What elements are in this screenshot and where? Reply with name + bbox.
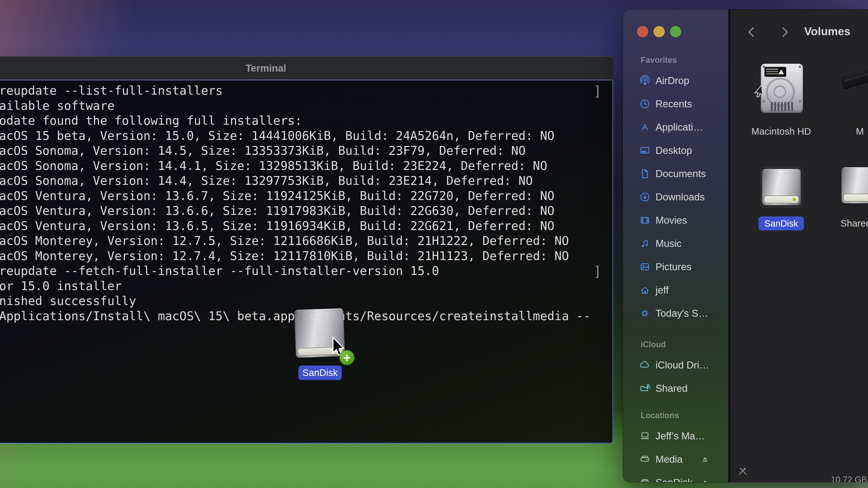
read-only-pencil-icon	[737, 465, 749, 477]
terminal-line: or 15.0 installer	[0, 279, 612, 294]
macintosh-hd-icon[interactable]	[761, 64, 803, 113]
sidebar-item-label: iCloud Dri…	[655, 359, 709, 371]
terminal-line: acOS Monterey, Version: 12.7.4, Size: 12…	[0, 249, 612, 264]
finder-window-title: Volumes	[804, 25, 850, 38]
sharedfolder-icon	[639, 383, 651, 394]
desktop: Terminal reupdate --list-full-installers…	[0, 0, 868, 488]
cloud-icon	[639, 359, 651, 371]
terminal-title: Terminal	[246, 63, 286, 74]
sidebar-item-jeff-s-ma[interactable]: Jeff’s Ma…	[623, 424, 728, 448]
drag-ghost-sandisk[interactable]: + SanDisk	[295, 309, 354, 384]
volume-label-macintosh-hd[interactable]: Macintosh HD	[751, 126, 811, 137]
sidebar-item-label: Movies	[655, 215, 687, 226]
drag-origin-arrow-icon	[754, 86, 767, 100]
sidebar-item-label: Recents	[655, 98, 692, 109]
eject-button[interactable]	[700, 454, 711, 465]
terminal-line: acOS Sonoma, Version: 14.5, Size: 133533…	[0, 143, 612, 158]
sidebar-item-label: Downloads	[655, 191, 705, 203]
gear-icon	[639, 308, 651, 319]
sidebar-section-header: iCloud	[623, 336, 728, 353]
drag-ghost-label: SanDisk	[298, 365, 342, 380]
sidebar-item-label: Media	[655, 454, 683, 465]
terminal-line: acOS Sonoma, Version: 14.4.1, Size: 1329…	[0, 158, 612, 173]
volume-label-media[interactable]: M	[856, 126, 864, 137]
sidebar-item-label: jeff	[655, 285, 669, 296]
status-free-space: 10.72 GB	[831, 475, 867, 482]
minimize-button[interactable]	[653, 26, 665, 37]
sidebar-item-label: Documents	[655, 168, 706, 180]
terminal-mark-icon: ]	[593, 83, 601, 99]
sidebar-section-header: Locations	[623, 407, 728, 424]
finder-sidebar: FavoritesAirDropRecentsApplicati…Desktop…	[623, 51, 728, 482]
film-icon	[639, 215, 651, 226]
sidebar-item-airdrop[interactable]: AirDrop	[623, 69, 728, 92]
sidebar-item-sandisk[interactable]: SanDisk	[623, 471, 728, 482]
finder-window: FavoritesAirDropRecentsApplicati…Desktop…	[623, 9, 868, 482]
desktop-icon	[639, 145, 651, 156]
terminal-line: nished successfully	[0, 293, 612, 308]
sidebar-item-downloads[interactable]: Downloads	[623, 185, 728, 208]
sidebar-item-shared[interactable]: Shared	[623, 377, 728, 400]
terminal-line: acOS Sonoma, Version: 14.4, Size: 132977…	[0, 173, 612, 188]
drive-icon	[639, 454, 651, 465]
sidebar-item-pictures[interactable]: Pictures	[623, 255, 728, 278]
sidebar-item-media[interactable]: Media	[623, 448, 728, 471]
terminal-line: ailable software	[0, 98, 612, 113]
document-icon	[639, 168, 651, 180]
sidebar-item-label: Today's S…	[655, 308, 708, 319]
sidebar-item-label: Desktop	[655, 145, 692, 156]
sidebar-item-music[interactable]: Music	[623, 232, 728, 255]
sidebar-item-label: Shared	[655, 383, 688, 394]
volume-label-sandisk-selected[interactable]: SanDisk	[758, 217, 804, 230]
terminal-line: acOS Ventura, Version: 13.6.6, Size: 119…	[0, 203, 612, 219]
drive-icon	[639, 477, 651, 482]
sidebar-item-documents[interactable]: Documents	[623, 162, 728, 185]
sidebar-item-label: Music	[655, 238, 682, 249]
terminal-output: reupdate --list-full-installersailable s…	[0, 83, 612, 324]
music-icon	[639, 238, 651, 249]
sidebar-item-recents[interactable]: Recents	[623, 92, 728, 116]
clock-icon	[639, 98, 651, 109]
home-icon	[639, 285, 651, 296]
eject-button[interactable]	[700, 477, 711, 482]
terminal-titlebar[interactable]: Terminal	[0, 56, 613, 80]
terminal-line: reupdate --fetch-full-installer --full-i…	[0, 263, 612, 279]
sidebar-section-header: Favorites	[623, 51, 728, 69]
sidebar-item-desktop[interactable]: Desktop	[623, 139, 728, 162]
copy-plus-badge-icon: +	[340, 350, 354, 365]
close-button[interactable]	[637, 26, 648, 37]
back-button[interactable]	[745, 24, 758, 41]
terminal-mark-icon: ]	[593, 263, 601, 279]
zoom-button[interactable]	[670, 26, 681, 37]
sidebar-item-applicati[interactable]: Applicati…	[623, 116, 728, 139]
terminal-line: acOS 15 beta, Version: 15.0, Size: 14441…	[0, 128, 612, 143]
forward-button[interactable]	[778, 24, 791, 41]
sidebar-item-label: AirDrop	[655, 75, 689, 86]
sidebar-item-label: Applicati…	[655, 122, 703, 133]
photo-icon	[639, 261, 651, 272]
terminal-window: Terminal reupdate --list-full-installers…	[0, 56, 613, 444]
terminal-line: reupdate --list-full-installers	[0, 83, 612, 98]
shared-volume-icon[interactable]	[842, 167, 868, 203]
sidebar-item-icloud-dri[interactable]: iCloud Dri…	[623, 353, 728, 377]
sidebar-item-label: SanDisk	[655, 477, 692, 482]
laptop-icon	[639, 430, 651, 442]
terminal-line: acOS Ventura, Version: 13.6.5, Size: 119…	[0, 219, 612, 234]
download-icon	[639, 191, 651, 203]
terminal-content[interactable]: reupdate --list-full-installersailable s…	[0, 79, 613, 444]
sidebar-item-jeff[interactable]: jeff	[623, 278, 728, 302]
sidebar-item-label: Jeff’s Ma…	[655, 430, 705, 442]
airdrop-icon	[639, 75, 651, 86]
appstore-icon	[639, 122, 651, 133]
terminal-line: acOS Ventura, Version: 13.6.7, Size: 119…	[0, 188, 612, 203]
terminal-line: odate found the following full installer…	[0, 113, 612, 128]
volume-label-shared[interactable]: Shared	[840, 218, 868, 229]
sidebar-item-label: Pictures	[655, 261, 691, 272]
sidebar-item-movies[interactable]: Movies	[623, 208, 728, 232]
sandisk-volume-icon[interactable]	[762, 169, 801, 205]
sidebar-divider	[728, 9, 730, 482]
sidebar-item-today-s-s[interactable]: Today's S…	[623, 302, 728, 325]
terminal-line: acOS Monterey, Version: 12.7.5, Size: 12…	[0, 233, 612, 249]
